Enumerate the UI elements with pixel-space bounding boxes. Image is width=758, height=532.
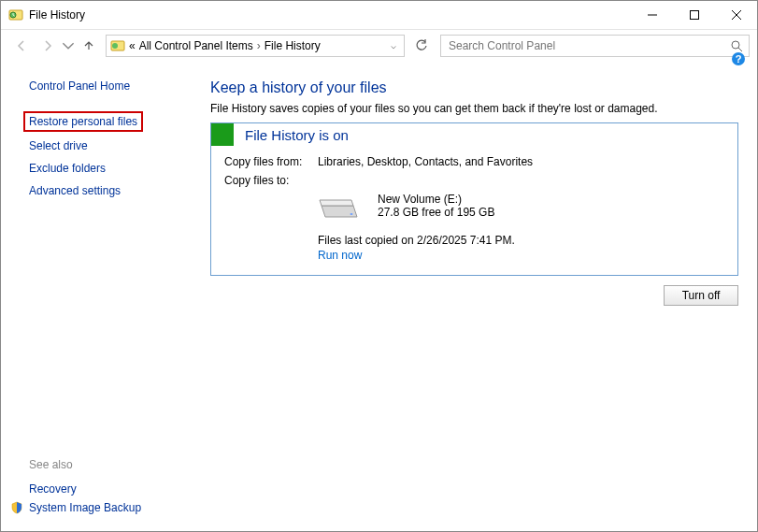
- svg-text:?: ?: [736, 53, 742, 65]
- content-area: Control Panel Home Restore personal file…: [1, 61, 757, 531]
- svg-point-7: [112, 43, 118, 49]
- svg-line-9: [738, 48, 742, 51]
- status-header: File History is on: [211, 123, 737, 146]
- up-button[interactable]: [76, 33, 102, 59]
- sidebar-advanced-settings[interactable]: Advanced settings: [29, 184, 197, 197]
- main-panel: ? Keep a history of your files File Hist…: [197, 61, 757, 531]
- drive-icon: [318, 196, 359, 224]
- search-box[interactable]: [440, 35, 750, 57]
- breadcrumb-prefix: «: [129, 39, 136, 52]
- close-button[interactable]: [715, 1, 757, 29]
- window-title: File History: [29, 8, 631, 22]
- window-controls: [631, 1, 757, 29]
- titlebar: File History: [1, 1, 757, 29]
- copy-to-label: Copy files to:: [224, 174, 318, 187]
- breadcrumb-item[interactable]: All Control Panel Items: [139, 39, 253, 52]
- refresh-button[interactable]: [410, 35, 433, 57]
- drive-name: New Volume (E:): [378, 193, 494, 206]
- forward-button[interactable]: [35, 33, 61, 59]
- copy-from-row: Copy files from: Libraries, Desktop, Con…: [224, 155, 724, 168]
- copy-from-label: Copy files from:: [224, 155, 318, 168]
- nav-bar: « All Control Panel Items › File History…: [1, 29, 757, 61]
- chevron-down-icon[interactable]: ⌵: [391, 40, 400, 50]
- system-image-backup-link[interactable]: System Image Backup: [29, 501, 141, 514]
- see-also-recovery[interactable]: Recovery: [29, 482, 197, 496]
- last-copied-text: Files last copied on 2/26/2025 7:41 PM.: [318, 234, 724, 247]
- see-also-section: See also Recovery System Image Backup: [29, 458, 197, 520]
- sidebar-select-drive[interactable]: Select drive: [29, 139, 197, 152]
- breadcrumb-item[interactable]: File History: [265, 39, 321, 52]
- recent-dropdown[interactable]: [61, 33, 76, 59]
- page-title: Keep a history of your files: [210, 79, 738, 96]
- file-history-window: File History « All Control Panel Items: [0, 0, 758, 532]
- minimize-button[interactable]: [631, 1, 673, 29]
- control-panel-icon: [110, 38, 125, 53]
- drive-free-space: 27.8 GB free of 195 GB: [378, 206, 494, 219]
- maximize-button[interactable]: [673, 1, 715, 29]
- sidebar-restore-personal-files[interactable]: Restore personal files: [23, 111, 143, 132]
- sidebar: Control Panel Home Restore personal file…: [1, 61, 197, 531]
- status-box: File History is on Copy files from: Libr…: [210, 122, 738, 276]
- drive-info: New Volume (E:) 27.8 GB free of 195 GB: [378, 193, 494, 219]
- turn-off-row: Turn off: [210, 285, 738, 306]
- status-text: File History is on: [234, 127, 349, 143]
- search-icon[interactable]: [730, 39, 743, 52]
- recovery-link[interactable]: Recovery: [29, 482, 77, 496]
- status-body: Copy files from: Libraries, Desktop, Con…: [211, 146, 737, 275]
- see-also-system-image-backup[interactable]: System Image Backup: [10, 501, 197, 514]
- run-now-link[interactable]: Run now: [318, 249, 724, 262]
- sidebar-exclude-folders[interactable]: Exclude folders: [29, 162, 197, 175]
- shield-icon: [10, 501, 23, 514]
- copy-from-value: Libraries, Desktop, Contacts, and Favori…: [318, 155, 533, 168]
- search-input[interactable]: [447, 38, 730, 53]
- chevron-right-icon: ›: [257, 39, 261, 52]
- page-description: File History saves copies of your files …: [210, 102, 738, 115]
- copy-to-row: Copy files to:: [224, 174, 724, 187]
- see-also-label: See also: [29, 458, 197, 471]
- status-indicator: [211, 123, 234, 146]
- control-panel-home-link[interactable]: Control Panel Home: [29, 79, 197, 93]
- help-icon[interactable]: ?: [731, 51, 746, 66]
- back-button[interactable]: [8, 33, 35, 59]
- breadcrumb[interactable]: « All Control Panel Items › File History…: [106, 35, 405, 57]
- turn-off-button[interactable]: Turn off: [664, 285, 738, 306]
- file-history-icon: [8, 7, 23, 22]
- svg-point-8: [732, 41, 739, 49]
- drive-row: New Volume (E:) 27.8 GB free of 195 GB: [224, 193, 724, 224]
- svg-point-12: [350, 213, 353, 215]
- svg-rect-3: [690, 11, 698, 20]
